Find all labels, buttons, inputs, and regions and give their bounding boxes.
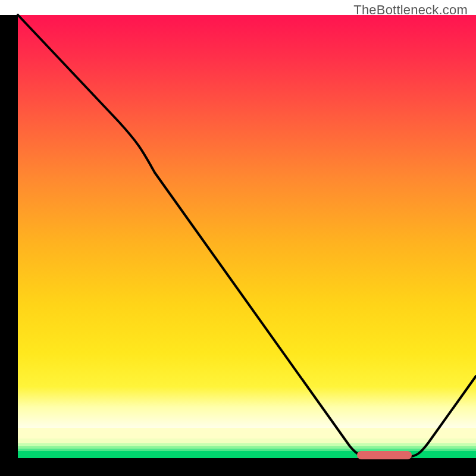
band-yellow-green [18,439,476,443]
optimal-range-marker [357,451,412,459]
gradient-body [18,15,476,428]
attribution-label: TheBottleneck.com [353,2,468,18]
band-light-green-2 [18,446,476,449]
chart-svg [0,0,476,476]
band-teal [18,449,476,451]
band-light-green-1 [18,443,476,446]
chart-container: TheBottleneck.com [0,0,476,476]
band-pale-yellow [18,428,476,439]
